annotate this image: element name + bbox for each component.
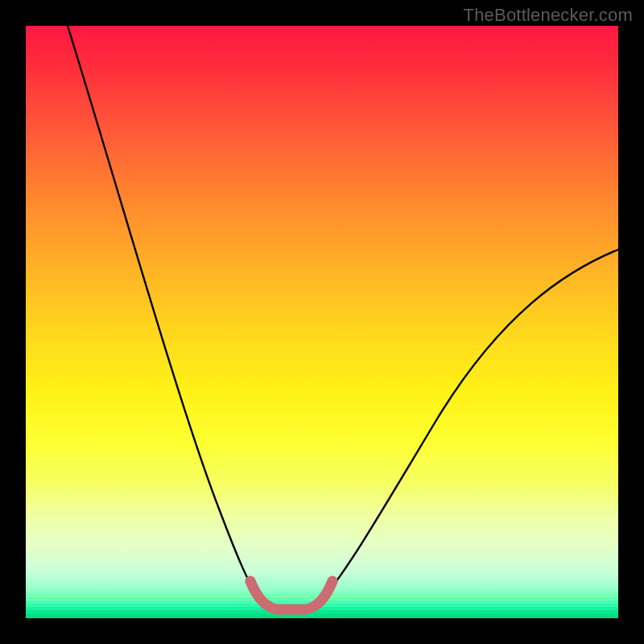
- bottleneck-curve: [68, 26, 618, 609]
- optimal-point-left: [246, 576, 256, 587]
- plot-area: [26, 26, 618, 618]
- bottleneck-optimal-region: [250, 581, 332, 609]
- watermark-text: TheBottlenecker.com: [464, 5, 633, 26]
- chart-svg: [26, 26, 618, 618]
- optimal-point-right: [328, 576, 338, 587]
- chart-frame: TheBottlenecker.com: [0, 0, 644, 644]
